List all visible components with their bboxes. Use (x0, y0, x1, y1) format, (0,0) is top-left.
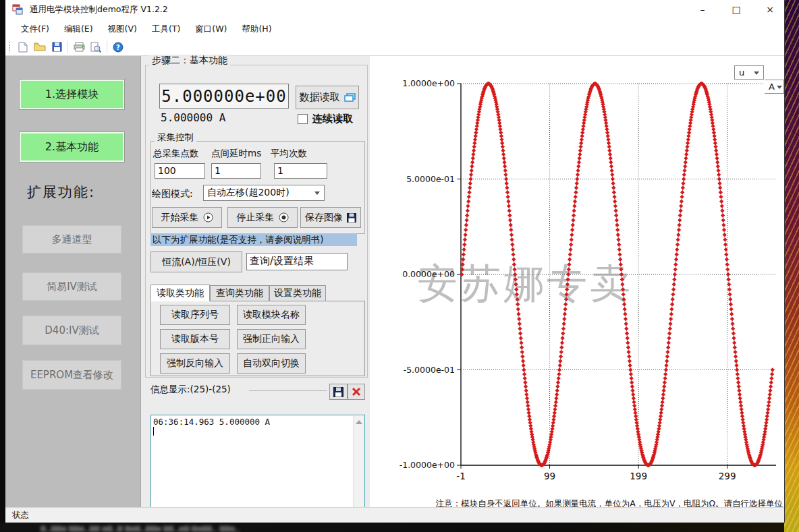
svg-text:5.0000e-01: 5.0000e-01 (406, 174, 455, 184)
total-points-input[interactable]: 100 (155, 163, 205, 179)
floppy-icon (347, 213, 356, 223)
auto-bidirectional-button[interactable]: 自动双向切换 (237, 353, 306, 374)
total-points-label: 总采集点数 (153, 148, 199, 160)
point-delay-label: 点间延时ms (211, 148, 261, 160)
read-serial-button[interactable]: 读取序列号 (160, 305, 230, 325)
clear-log-button[interactable] (348, 384, 365, 400)
point-delay-input[interactable]: 1 (211, 163, 261, 179)
unit-prefix-select[interactable]: u (734, 65, 764, 80)
reading-with-unit-label: 5.000000 A (161, 111, 225, 124)
control-panel: 步骤二：基本功能 5.000000e+00 数据读取 5.000000 A 连续… (140, 56, 370, 507)
read-version-button[interactable]: 读取版本号 (160, 329, 230, 349)
read-data-button[interactable]: 数据读取 (296, 86, 359, 109)
menu-view[interactable]: 视图(V) (101, 19, 144, 38)
sidebar: 1.选择模块 2.基本功能 扩展功能: 多通道型 简易IV测试 D40:IV测试… (5, 56, 139, 507)
chevron-down-icon (777, 86, 782, 89)
status-text: 状态 (12, 510, 29, 521)
log-scrollbar[interactable] (353, 416, 364, 519)
log-textarea[interactable]: 06:36:14.963 5.000000 A (150, 415, 365, 521)
desktop-left-strip (0, 0, 5, 532)
red-x-icon (352, 387, 361, 396)
tool-bar: ? (5, 38, 784, 56)
help-icon[interactable]: ? (112, 41, 124, 53)
scroll-up-icon[interactable] (356, 420, 362, 424)
tab-read-functions[interactable]: 读取类功能 (150, 285, 210, 301)
save-image-button[interactable]: 保存图像 (300, 207, 361, 228)
force-forward-input-button[interactable]: 强制正向输入 (237, 329, 306, 349)
svg-text:-5.0000e-01: -5.0000e-01 (404, 365, 455, 375)
svg-text:1.0000e+00: 1.0000e+00 (402, 78, 455, 88)
extended-functions-label: 扩展功能: (27, 183, 95, 202)
extension-banner: 以下为扩展功能(是否支持，请参阅说明书) (150, 233, 357, 246)
print-preview-icon[interactable] (90, 41, 102, 53)
tab-query-functions[interactable]: 查询类功能 (210, 285, 269, 301)
svg-text:299: 299 (719, 471, 736, 481)
menu-tools[interactable]: 工具(T) (144, 19, 188, 38)
title-bar: 通用电学模块控制demo程序 V1.2.2 – □ × (5, 0, 784, 19)
minimize-button[interactable]: – (695, 4, 710, 15)
sidebar-multichannel-button[interactable]: 多通道型 (22, 225, 121, 254)
svg-text:-1.0000e+00: -1.0000e+00 (399, 460, 455, 470)
average-count-input[interactable]: 1 (274, 163, 327, 179)
main-area: 1.选择模块 2.基本功能 扩展功能: 多通道型 简易IV测试 D40:IV测试… (5, 56, 784, 507)
close-button[interactable]: × (763, 4, 777, 15)
force-reverse-input-button[interactable]: 强制反向输入 (160, 353, 230, 374)
info-group-line (249, 390, 327, 391)
plot-mode-select[interactable]: 自动左移(超200时) (203, 185, 325, 201)
unit-select[interactable]: A (765, 80, 784, 94)
plot-mode-label: 绘图模式: (152, 188, 193, 200)
start-acquire-button[interactable]: 开始采集 (152, 207, 222, 228)
open-folder-icon[interactable] (34, 41, 46, 53)
svg-text:-1: -1 (456, 471, 465, 481)
cc-cv-toggle-button[interactable]: 恒流(A)/恒压(V) (150, 252, 242, 272)
window-title: 通用电学模块控制demo程序 V1.2.2 (30, 4, 168, 16)
menu-bar: 文件(F) 编辑(E) 视图(V) 工具(T) 窗口(W) 帮助(H) (5, 19, 784, 38)
svg-text:0.0000e+00: 0.0000e+00 (402, 269, 455, 279)
info-group-title: 信息显示:(25)-(25) (150, 384, 231, 396)
query-result-input[interactable]: 查询/设置结果 (246, 253, 348, 270)
toolbar-separator (67, 41, 68, 53)
toolbar-separator (107, 41, 107, 53)
save-log-button[interactable] (329, 384, 348, 400)
read-module-name-button[interactable]: 读取模块名称 (237, 305, 306, 325)
chevron-down-icon (754, 71, 759, 75)
svg-text:99: 99 (544, 471, 555, 481)
play-icon (203, 212, 213, 223)
svg-text:?: ? (116, 44, 120, 51)
log-text: 06:36:14.963 5.000000 A (153, 417, 270, 427)
desktop-taskbar-strip: ▆▁▆▆▅ ▆▆▅▁▆▆ ▅▆▁▆ ▆▅▆▁▆▆▅ ▆▆▁▅▆ ▆▅▆▆▁ ▆▆… (0, 523, 784, 532)
copy-windows-icon (344, 93, 356, 102)
desktop-right-strip (784, 0, 799, 532)
average-count-label: 平均次数 (271, 148, 307, 160)
sidebar-step1-select-module-button[interactable]: 1.选择模块 (19, 79, 125, 110)
print-icon[interactable] (73, 41, 85, 53)
sine-wave-chart: 安苏娜专卖1.0000e+005.0000e-010.0000e+00-5.00… (370, 56, 784, 507)
toolbar-gripper (8, 41, 11, 53)
sidebar-d40-iv-test-button[interactable]: D40:IV测试 (22, 316, 121, 345)
status-bar: 状态 (5, 507, 784, 523)
taskbar-smudge: ▆▁▆▆▅ ▆▆▅▁▆▆ ▅▆▁▆ ▆▅▆▁▆▆▅ ▆▆▁▅▆ ▆▅▆▆▁ ▆▆… (40, 524, 240, 531)
continuous-read-checkbox[interactable] (298, 114, 308, 124)
continuous-read-label: 连续读取 (312, 113, 353, 125)
tab-set-functions[interactable]: 设置类功能 (269, 285, 326, 301)
menu-window[interactable]: 窗口(W) (188, 19, 234, 38)
text-cursor (153, 427, 154, 436)
sidebar-step2-basic-function-button[interactable]: 2.基本功能 (19, 131, 125, 162)
maximize-button[interactable]: □ (729, 4, 744, 15)
new-document-icon[interactable] (17, 41, 29, 53)
chart-panel: 安苏娜专卖1.0000e+005.0000e-010.0000e+00-5.00… (370, 56, 784, 507)
menu-file[interactable]: 文件(F) (13, 19, 57, 38)
stop-icon (279, 212, 289, 223)
save-icon[interactable] (51, 41, 63, 53)
app-window: 通用电学模块控制demo程序 V1.2.2 – □ × 文件(F) 编辑(E) … (5, 0, 785, 523)
menu-edit[interactable]: 编辑(E) (57, 19, 101, 38)
chevron-down-icon (314, 191, 320, 195)
reading-display: 5.000000e+00 (159, 84, 289, 109)
stop-acquire-button[interactable]: 停止采集 (227, 207, 298, 228)
svg-text:199: 199 (630, 471, 647, 481)
step2-group-title: 步骤二：基本功能 (149, 55, 230, 67)
menu-help[interactable]: 帮助(H) (234, 19, 279, 38)
sidebar-eeprom-edit-button[interactable]: EEPROM查看修改 (22, 360, 121, 390)
acquisition-group-title: 采集控制 (155, 131, 196, 144)
sidebar-simple-iv-test-button[interactable]: 简易IV测试 (22, 272, 121, 301)
